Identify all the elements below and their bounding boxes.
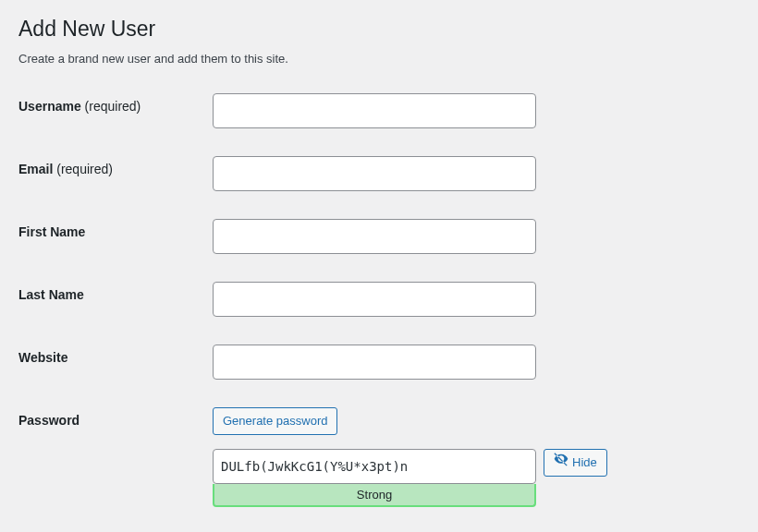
- username-input[interactable]: [213, 93, 536, 128]
- last-name-input[interactable]: [213, 282, 536, 317]
- notification-label: Send User Notification: [18, 521, 203, 532]
- website-input[interactable]: [213, 345, 536, 380]
- email-input[interactable]: [213, 156, 536, 191]
- website-label: Website: [18, 331, 203, 393]
- password-input[interactable]: [213, 449, 536, 484]
- first-name-input[interactable]: [213, 219, 536, 254]
- first-name-label: First Name: [18, 205, 203, 268]
- page-subtitle: Create a brand new user and add them to …: [18, 52, 740, 66]
- generate-password-button[interactable]: Generate password: [213, 407, 337, 435]
- email-label: Email (required): [18, 142, 203, 205]
- password-strength-indicator: Strong: [213, 484, 536, 507]
- eye-slash-icon: [554, 450, 568, 476]
- password-label: Password: [18, 393, 203, 521]
- last-name-label: Last Name: [18, 268, 203, 331]
- page-title: Add New User: [18, 7, 740, 47]
- username-label: Username (required): [18, 79, 203, 142]
- hide-password-button[interactable]: Hide: [544, 449, 607, 477]
